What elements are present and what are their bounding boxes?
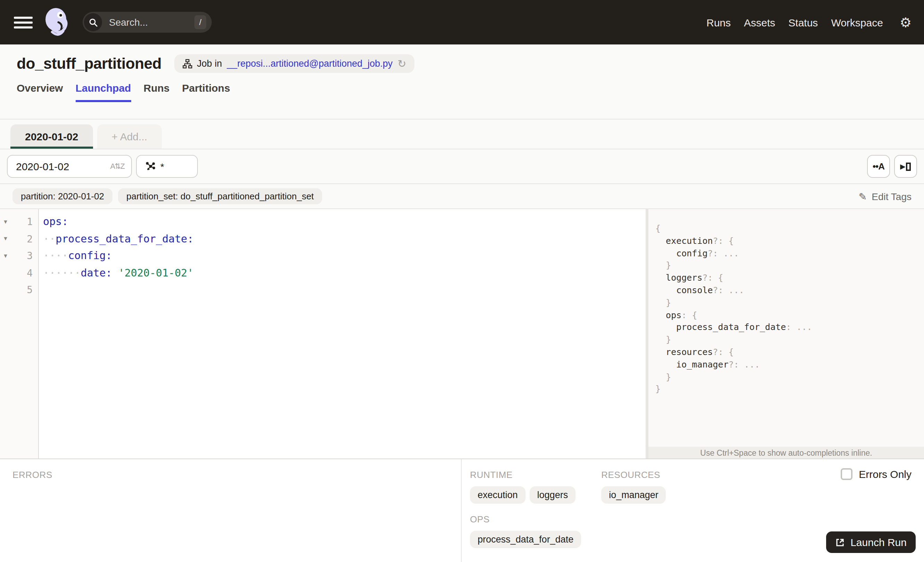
- top-navbar: Search... / Runs Assets Status Workspace…: [0, 0, 924, 45]
- launchpad-workspace: ▼1 ▼2 ▼3 4 5 ops: ··process_data_for_dat…: [0, 209, 924, 458]
- errors-only-checkbox[interactable]: [841, 468, 852, 480]
- config-editor[interactable]: ▼1 ▼2 ▼3 4 5 ops: ··process_data_for_dat…: [0, 209, 646, 458]
- code-line-2: ··process_data_for_date:: [43, 230, 646, 247]
- config-schema-panel: { execution?: { config?: ... } loggers?:…: [646, 209, 924, 458]
- line-number: 3: [10, 251, 33, 261]
- job-prefix-label: Job in: [197, 59, 222, 69]
- dagster-logo-icon[interactable]: [43, 7, 71, 38]
- reload-icon[interactable]: ↻: [398, 59, 406, 69]
- tab-launchpad[interactable]: Launchpad: [75, 82, 131, 101]
- config-summary-section: RUNTIME execution loggers RESOURCES io_m…: [462, 459, 924, 562]
- job-tabs: Overview Launchpad Runs Partitions: [16, 82, 908, 101]
- page-title: do_stuff_partitioned: [16, 54, 161, 72]
- job-graph-icon: [182, 59, 192, 68]
- nav-assets[interactable]: Assets: [744, 17, 775, 28]
- line-number: 4: [10, 267, 33, 279]
- search-shortcut-key: /: [194, 15, 206, 29]
- op-selector-value: *: [160, 161, 164, 172]
- fold-icon[interactable]: ▼: [3, 236, 10, 242]
- editor-gutter: ▼1 ▼2 ▼3 4 5: [0, 209, 39, 458]
- runtime-label: RUNTIME: [470, 470, 576, 480]
- expand-panel-button[interactable]: ▶: [894, 155, 917, 178]
- edit-tags-label: Edit Tags: [872, 191, 912, 202]
- config-tab-bar: 2020-01-02 + Add...: [0, 119, 924, 149]
- nav-workspace[interactable]: Workspace: [831, 17, 883, 28]
- errors-section: ERRORS: [0, 459, 462, 562]
- top-nav-links: Runs Assets Status Workspace ⚙: [706, 16, 912, 29]
- ops-label: OPS: [470, 514, 924, 524]
- sort-az-icon: A⇅Z: [110, 162, 124, 171]
- autocomplete-hint: Use Ctrl+Space to show auto-completions …: [648, 447, 924, 458]
- search-input[interactable]: Search... /: [82, 12, 212, 33]
- fold-icon[interactable]: ▼: [3, 253, 10, 259]
- tag-partition-set[interactable]: partition_set: do_stuff_partitioned_part…: [118, 188, 322, 204]
- job-location-pill: Job in __reposi...artitioned@partitioned…: [174, 54, 414, 73]
- resources-column: RESOURCES io_manager: [601, 470, 666, 503]
- runtime-tag-loggers[interactable]: loggers: [530, 486, 576, 503]
- tab-runs[interactable]: Runs: [143, 82, 170, 101]
- settings-gear-icon[interactable]: ⚙: [900, 16, 912, 29]
- yaml-code[interactable]: ops: ··process_data_for_date: ····config…: [39, 209, 646, 458]
- fold-icon[interactable]: ▼: [3, 219, 10, 225]
- edit-tags-button[interactable]: ✎ Edit Tags: [859, 191, 912, 202]
- code-line-3: ····config:: [43, 247, 646, 264]
- errors-only-toggle[interactable]: Errors Only: [841, 468, 912, 480]
- config-tab-partition[interactable]: 2020-01-02: [10, 124, 93, 149]
- tag-partition[interactable]: partition: 2020-01-02: [12, 188, 112, 204]
- code-line-4: ······date: '2020-01-02': [43, 264, 646, 281]
- partition-selector-value: 2020-01-02: [16, 161, 69, 172]
- config-tab-add[interactable]: + Add...: [97, 124, 162, 149]
- search-icon: [84, 13, 102, 31]
- search-placeholder: Search...: [109, 17, 194, 28]
- code-line-1: ops:: [43, 213, 646, 230]
- launch-run-button[interactable]: Launch Run: [826, 532, 916, 553]
- resources-tag-io-manager[interactable]: io_manager: [601, 486, 666, 503]
- launch-external-icon: [835, 537, 845, 547]
- code-line-5: [43, 281, 646, 298]
- partition-selector[interactable]: 2020-01-02 A⇅Z: [7, 155, 132, 178]
- line-number: 2: [10, 233, 33, 245]
- tags-row: partition: 2020-01-02 partition_set: do_…: [0, 184, 924, 209]
- line-number: 1: [10, 216, 33, 227]
- nav-runs[interactable]: Runs: [706, 17, 730, 28]
- nav-status[interactable]: Status: [788, 17, 818, 28]
- job-header: do_stuff_partitioned Job in __reposi...a…: [0, 45, 924, 119]
- pencil-icon: ✎: [859, 191, 867, 201]
- line-number: 5: [10, 284, 33, 296]
- bottom-panel: ERRORS RUNTIME execution loggers RESOURC…: [0, 458, 924, 562]
- expand-panel-icon: ▶: [900, 162, 911, 171]
- launchpad-toolbar: 2020-01-02 A⇅Z * ••A ▶: [0, 149, 924, 184]
- job-repo-link[interactable]: __reposi...artitioned@partitioned_job.py: [226, 59, 393, 69]
- autocomplete-button[interactable]: ••A: [867, 155, 890, 178]
- tab-partitions[interactable]: Partitions: [182, 82, 230, 101]
- runtime-tag-execution[interactable]: execution: [470, 486, 525, 503]
- app-window: Search... / Runs Assets Status Workspace…: [0, 0, 924, 562]
- menu-icon[interactable]: [14, 17, 33, 28]
- op-selector[interactable]: *: [136, 155, 198, 178]
- errors-only-label: Errors Only: [859, 468, 912, 480]
- launch-run-label: Launch Run: [850, 536, 907, 548]
- title-row: do_stuff_partitioned Job in __reposi...a…: [16, 45, 908, 73]
- tab-overview[interactable]: Overview: [16, 82, 63, 101]
- errors-label: ERRORS: [12, 470, 461, 480]
- schema-view: { execution?: { config?: ... } loggers?:…: [648, 209, 924, 447]
- autocomplete-icon: ••A: [873, 161, 884, 171]
- runtime-column: RUNTIME execution loggers: [470, 470, 576, 503]
- op-graph-icon: [145, 161, 156, 171]
- ops-tag-process-data-for-date[interactable]: process_data_for_date: [470, 531, 581, 548]
- resources-label: RESOURCES: [601, 470, 666, 480]
